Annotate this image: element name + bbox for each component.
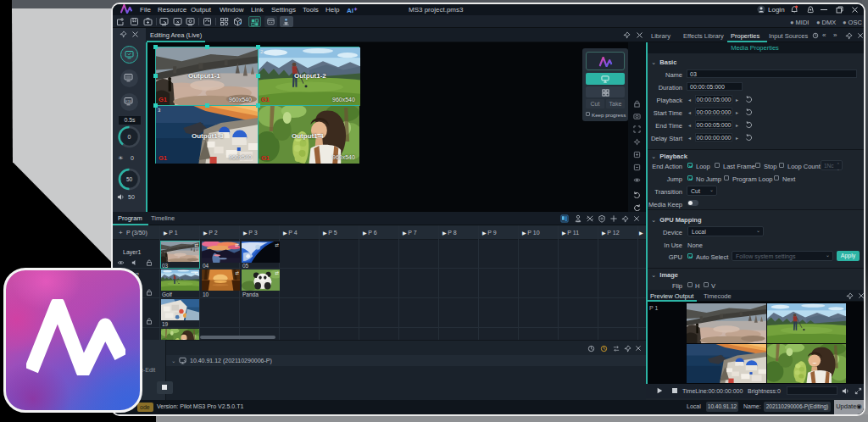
svg-text:0: 0 — [128, 134, 131, 140]
svg-text:FTB: FTB — [125, 100, 131, 103]
svg-text:50: 50 — [126, 176, 133, 182]
